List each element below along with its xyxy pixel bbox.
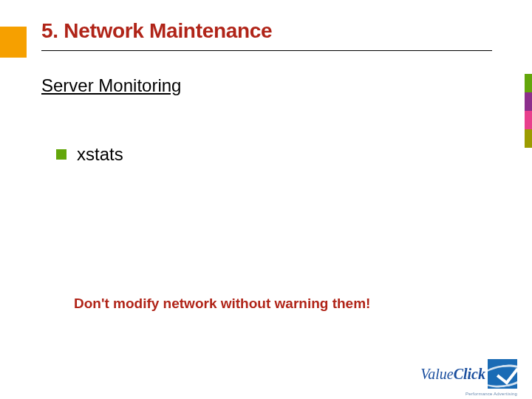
stripe-purple (525, 92, 532, 111)
deco-right-stripes (525, 74, 532, 148)
title-underline (41, 50, 492, 51)
logo-click-text: Click (454, 366, 485, 383)
logo-tagline: Performance Advertising (466, 392, 517, 396)
logo-value-text: Value (420, 366, 453, 383)
slide: 5. Network Maintenance Server Monitoring… (0, 0, 532, 399)
stripe-pink (525, 111, 532, 129)
slide-title: 5. Network Maintenance (41, 19, 272, 43)
logo-mark-icon (488, 359, 517, 389)
bullet-square-icon (56, 149, 66, 160)
logo-checkmark-icon (497, 361, 517, 385)
logo-wordmark: ValueClick (420, 366, 485, 383)
bullet-text: xstats (77, 144, 123, 165)
stripe-olive (525, 129, 532, 148)
logo: ValueClick (420, 358, 517, 390)
slide-subtitle: Server Monitoring (41, 75, 181, 96)
bullet-item: xstats (56, 144, 123, 165)
stripe-green (525, 74, 532, 92)
deco-orange-block (0, 27, 27, 58)
warning-text: Don't modify network without warning the… (74, 296, 370, 312)
